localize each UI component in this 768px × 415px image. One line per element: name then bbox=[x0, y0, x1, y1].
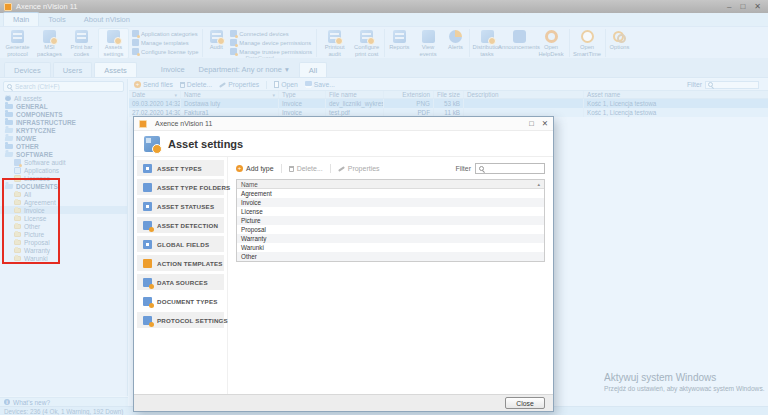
dialog-maximize-icon[interactable]: □ bbox=[529, 120, 534, 128]
dialog-header: Asset settings bbox=[134, 131, 553, 156]
document-types-table: Name ▴ Agreement Invoice License Picture… bbox=[236, 179, 545, 262]
menu-asset-type-folders[interactable]: ASSET TYPE FOLDERS bbox=[137, 179, 224, 195]
pencil-icon bbox=[338, 166, 345, 172]
menu-protocol-settings[interactable]: PROTOCOL SETTINGS bbox=[137, 312, 224, 328]
app-logo-icon bbox=[139, 120, 147, 128]
delete-type-button[interactable]: Delete... bbox=[289, 165, 323, 172]
action-templates-icon bbox=[143, 259, 152, 268]
asset-settings-icon bbox=[144, 136, 160, 152]
asset-statuses-icon bbox=[143, 202, 152, 211]
type-filter-input[interactable] bbox=[475, 163, 545, 174]
close-button[interactable]: Close bbox=[505, 397, 545, 409]
close-icon[interactable]: ✕ bbox=[754, 3, 761, 11]
dialog-footer: Close bbox=[134, 394, 553, 411]
type-row-agreement[interactable]: Agreement bbox=[237, 189, 544, 198]
menu-global-fields[interactable]: GLOBAL FIELDS bbox=[137, 236, 224, 252]
settings-menu: ASSET TYPES ASSET TYPE FOLDERS ASSET STA… bbox=[134, 157, 228, 394]
asset-settings-dialog: Axence nVision 11 □ ✕ Asset settings ASS… bbox=[133, 116, 554, 412]
dialog-heading: Asset settings bbox=[168, 138, 243, 150]
type-row-proposal[interactable]: Proposal bbox=[237, 225, 544, 234]
type-row-other[interactable]: Other bbox=[237, 252, 544, 261]
red-annotation-box bbox=[2, 178, 60, 264]
data-sources-icon bbox=[143, 278, 152, 287]
asset-detection-icon bbox=[143, 221, 152, 230]
windows-activation-watermark: Aktywuj system Windows Przejdź do ustawi… bbox=[604, 372, 765, 392]
app-logo-icon bbox=[4, 3, 12, 11]
plus-circle-icon bbox=[236, 165, 243, 172]
menu-asset-detection[interactable]: ASSET DETECTION bbox=[137, 217, 224, 233]
type-filter: Filter bbox=[455, 163, 545, 174]
minimize-icon[interactable]: – bbox=[727, 3, 731, 11]
menu-asset-statuses[interactable]: ASSET STATUSES bbox=[137, 198, 224, 214]
search-icon bbox=[479, 166, 484, 171]
type-row-license[interactable]: License bbox=[237, 207, 544, 216]
asset-types-icon bbox=[143, 164, 152, 173]
asset-type-folders-icon bbox=[143, 183, 152, 192]
document-types-icon bbox=[143, 297, 152, 306]
menu-asset-types[interactable]: ASSET TYPES bbox=[137, 160, 224, 176]
document-types-panel: Add type Delete... Properties Filter Nam… bbox=[228, 157, 553, 394]
type-row-warunki[interactable]: Warunki bbox=[237, 243, 544, 252]
toolbar-separator bbox=[281, 164, 282, 173]
menu-data-sources[interactable]: DATA SOURCES bbox=[137, 274, 224, 290]
dialog-titlebar: Axence nVision 11 □ ✕ bbox=[134, 117, 553, 131]
type-column-header-name[interactable]: Name ▴ bbox=[237, 180, 544, 189]
trash-icon bbox=[289, 166, 294, 172]
menu-document-types[interactable]: DOCUMENT TYPES bbox=[137, 293, 224, 309]
document-types-toolbar: Add type Delete... Properties Filter bbox=[236, 163, 545, 174]
sort-arrow-icon: ▴ bbox=[537, 181, 540, 187]
restore-icon[interactable]: □ bbox=[740, 3, 745, 11]
toolbar-separator bbox=[330, 164, 331, 173]
type-row-picture[interactable]: Picture bbox=[237, 216, 544, 225]
protocol-settings-icon bbox=[143, 316, 152, 325]
global-fields-icon bbox=[143, 240, 152, 249]
type-row-warranty[interactable]: Warranty bbox=[237, 234, 544, 243]
type-row-invoice[interactable]: Invoice bbox=[237, 198, 544, 207]
type-properties-button[interactable]: Properties bbox=[338, 165, 380, 172]
app-titlebar: Axence nVision 11 – □ ✕ bbox=[0, 0, 768, 13]
add-type-button[interactable]: Add type bbox=[236, 165, 274, 172]
app-title: Axence nVision 11 bbox=[16, 2, 727, 11]
menu-action-templates[interactable]: ACTION TEMPLATES bbox=[137, 255, 224, 271]
dialog-close-icon[interactable]: ✕ bbox=[542, 120, 548, 128]
